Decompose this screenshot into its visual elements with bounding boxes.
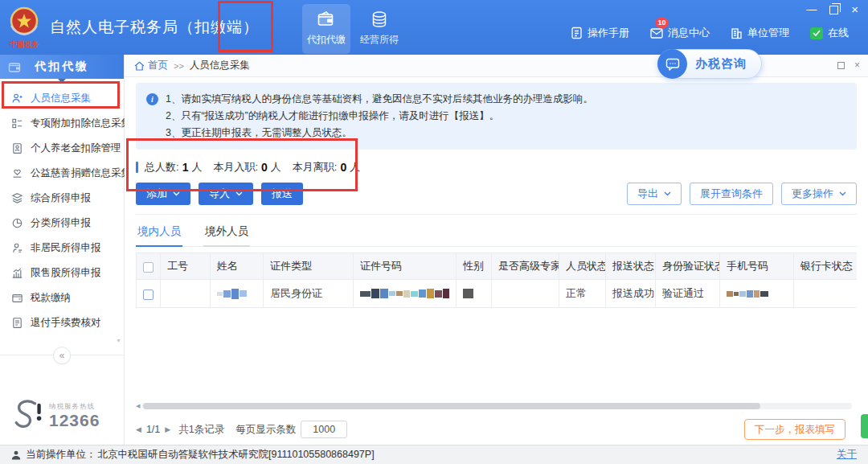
expand-query-button[interactable]: 展开查询条件 [690,183,773,205]
notice-line: 1、请如实填写纳税人的身份信息等基础资料，避免因信息不实对后续其他业务的办理造成… [166,91,845,108]
breadcrumb-home[interactable]: 首页 [134,59,168,72]
import-button[interactable]: 导入 [199,183,253,205]
sidebar-item-personnel-info[interactable]: 人员信息采集 [0,86,124,111]
scroll-down-icon[interactable]: ▼ [116,338,121,343]
stat-value: 1 [182,161,189,174]
notice-line: 2、只有“报送成功”的纳税人才能进行扣缴申报操作，请及时进行【报送】。 [166,108,845,125]
manual-label: 操作手册 [588,26,629,40]
chevron-down-icon [664,191,671,196]
sidebar-item-special-deduction[interactable]: 专项附加扣除信息采集 [0,111,124,136]
export-button[interactable]: 导出 [627,183,682,205]
sidebar-item-refund-fee-check[interactable]: 退付手续费核对 [0,310,124,335]
select-all-checkbox[interactable] [143,262,154,273]
sidebar-item-label: 退付手续费核对 [31,316,101,330]
prev-page-icon[interactable]: ◀ [136,425,141,433]
breadcrumb-strip: 首页 >> 人员信息采集 办税咨询 × [125,55,868,77]
header-links: 操作手册 10 消息中心 单位管理 在线 [571,26,849,40]
message-badge: 10 [655,18,669,28]
scroll-left-icon[interactable]: ◀ [136,403,140,409]
per-page-input[interactable] [301,421,347,438]
main-area: 首页 >> 人员信息采集 办税咨询 × i 1、请如实填写纳税人的身份信息等基础… [125,55,868,445]
more-actions-button[interactable]: 更多操作 [781,183,857,205]
redacted-name [217,289,256,299]
table-row[interactable]: 居民身份证 正常 报送成功 验证通过 [137,280,858,308]
bottom-row: ◀ 1/1 ▶ 共1条记录 每页显示条数 下一步，报表填写 [136,419,855,440]
sidebar-item-tax-payment[interactable]: 税款缴纳 [0,285,124,310]
tax-consult-button[interactable]: 办税咨询 [657,49,762,79]
add-label: 添加 [146,187,167,201]
column-header: 人员状态 [559,253,606,280]
cell-verify-status: 验证通过 [656,280,720,308]
sidebar-item-restricted-stock[interactable]: 限售股所得申报 [0,261,124,285]
info-icon: i [146,93,158,105]
sidebar-item-comprehensive-income[interactable]: 综合所得申报 [0,186,124,211]
document-icon [571,27,583,39]
chevron-down-icon [173,191,180,196]
cell-gender [457,280,492,308]
more-actions-label: 更多操作 [792,187,833,201]
coins-icon [370,10,389,28]
grid-list-icon [11,117,23,129]
layers-icon [11,192,23,204]
minimize-button[interactable]: — [806,4,817,15]
restore-button[interactable] [829,6,838,14]
tab-withholding[interactable]: 代扣代缴 [302,4,350,54]
stat-unit: 人 [191,160,202,175]
unit-management-link[interactable]: 单位管理 [731,26,789,40]
scrollbar-thumb[interactable] [143,403,760,409]
pane-maximize-button[interactable] [837,62,845,69]
redacted-id-number [360,289,449,298]
table-header-row: 工号 姓名 证件类型 证件号码 性别 是否高级专家 人员状态 报送状态 身份验证… [137,253,858,280]
next-page-icon[interactable]: ▶ [165,425,170,433]
sidebar-item-charity-donation[interactable]: 公益慈善捐赠信息采集 [0,161,124,186]
id-card-icon [11,142,23,154]
cell-submit-status: 报送成功 [606,280,656,308]
page-content: i 1、请如实填写纳税人的身份信息等基础资料，避免因信息不实对后续其他业务的办理… [125,77,868,308]
cell-senior-expert [492,280,559,308]
column-header: 手机号码 [720,253,794,280]
tab-business-income[interactable]: 经营所得 [355,4,403,54]
sidebar-item-classified-income[interactable]: 分类所得申报 [0,211,124,236]
scroll-up-icon[interactable]: ▲ [116,88,121,93]
tab-domestic-personnel[interactable]: 境内人员 [136,222,182,247]
app-title: 自然人电子税务局（扣缴端） [50,17,259,38]
sidebar-item-nonresident-income[interactable]: 非居民所得申报 [0,236,124,261]
pagination: ◀ 1/1 ▶ 共1条记录 每页显示条数 [136,421,347,438]
wallet-icon [11,292,23,304]
add-button[interactable]: 添加 [136,183,190,205]
column-header: 姓名 [211,253,264,280]
about-link[interactable]: 关于 [837,448,857,462]
sidebar-item-label: 人员信息采集 [31,92,91,105]
scrollbar-track[interactable] [142,403,852,409]
submit-button[interactable]: 报送 [261,183,303,205]
row-checkbox[interactable] [143,289,154,300]
status-bar: 当前操作单位：北京中税国研自动答疑软件技术研究院[911101055808684… [0,445,868,464]
online-status[interactable]: 在线 [810,26,849,40]
sidebar-item-label: 税款缴纳 [31,291,71,305]
stat-total: 总人数: 1 人 [145,160,202,175]
sidebar-header: 代扣代缴 [0,55,124,79]
tax-bureau-logo: 中国税务 [6,4,42,51]
sidebar-item-pension-deduction[interactable]: 个人养老金扣除管理 [0,136,124,161]
sidebar-header-label: 代扣代缴 [35,60,89,74]
floating-widget-edge[interactable] [861,414,868,438]
module-tab-label: 代扣代缴 [307,33,346,47]
column-header: 证件类型 [264,253,354,280]
message-center-link[interactable]: 10 消息中心 [650,26,710,40]
personnel-table: 工号 姓名 证件类型 证件号码 性别 是否高级专家 人员状态 报送状态 身份验证… [136,253,857,308]
sidebar-item-label: 非居民所得申报 [31,241,101,255]
next-step-button[interactable]: 下一步，报表填写 [744,419,845,440]
stat-left-this-month: 本月离职: 0 人 [293,160,360,175]
pane-close-button[interactable]: × [854,61,860,69]
stat-value: 0 [340,161,346,174]
close-button[interactable]: × [851,4,858,15]
current-unit-value: 北京中税国研自动答疑软件技术研究院[91110105580868497P] [98,448,375,462]
tab-overseas-personnel[interactable]: 境外人员 [203,222,250,247]
column-header: 是否高级专家 [492,253,559,280]
manual-link[interactable]: 操作手册 [571,26,629,40]
sidebar-collapse-button[interactable]: « [53,347,71,364]
personnel-table-wrap: 工号 姓名 证件类型 证件号码 性别 是否高级专家 人员状态 报送状态 身份验证… [136,253,857,308]
bar-chart-icon [11,267,23,279]
wallet-icon [317,10,336,28]
row-select-cell [137,280,161,308]
